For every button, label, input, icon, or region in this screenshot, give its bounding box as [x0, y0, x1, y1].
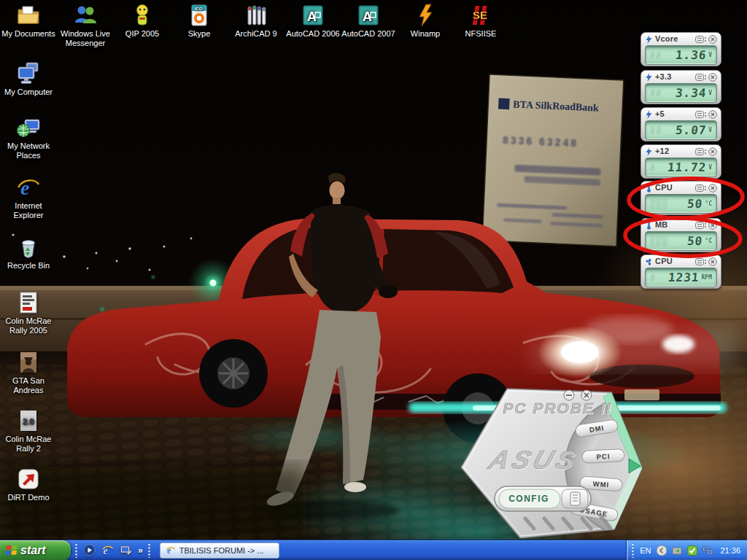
- desktop-icon-internet-explorer[interactable]: e Internet Explorer: [0, 175, 57, 220]
- desktop-icon-autocad-2007[interactable]: A AutoCAD 2007: [340, 3, 397, 39]
- internet-explorer-quicklaunch-icon[interactable]: e: [100, 543, 115, 558]
- antivirus-tray-icon[interactable]: [686, 545, 698, 556]
- desktop-icon-windows-live-messenger[interactable]: Windows Live Messenger: [57, 3, 114, 48]
- sensor-panel-vcore[interactable]: Vcore 88 1.36 V: [640, 32, 721, 66]
- desktop-icon-nfsiise[interactable]: SE NFSIISE: [452, 3, 509, 39]
- icon-label: ArchiCAD 9: [235, 29, 276, 38]
- display-mode-icon[interactable]: [695, 258, 707, 265]
- winamp-icon: [413, 3, 438, 28]
- lcd-unit: RPM: [702, 274, 712, 281]
- svg-text:2.0: 2.0: [23, 417, 34, 426]
- autocad-icon: A: [301, 3, 325, 28]
- sensor-label: +3.3: [655, 72, 694, 82]
- icon-label: Skype: [188, 29, 211, 38]
- lcd-unit: V: [708, 127, 712, 133]
- probe-button-pci[interactable]: PCI: [582, 448, 625, 463]
- display-mode-icon[interactable]: [695, 36, 707, 43]
- desktop-icon-gta-san-andreas[interactable]: GTA San Andreas: [0, 350, 57, 395]
- voltage-icon: [645, 35, 653, 44]
- voltage-icon: [645, 110, 653, 119]
- display-mode-icon[interactable]: [695, 222, 707, 229]
- close-icon[interactable]: [708, 221, 717, 230]
- icon-label: Winamp: [411, 29, 440, 38]
- sensor-panel-mb-temp[interactable]: MB ▒▒▒ 50 °C: [640, 218, 721, 252]
- desktop-icon-winamp[interactable]: Winamp: [397, 3, 454, 39]
- desktop-icon-colin-mcrae-rally-2005[interactable]: Colin McRae Rally 2005: [0, 290, 57, 335]
- svg-text:SE: SE: [473, 9, 487, 21]
- toolbar-overflow-chevron-icon[interactable]: »: [136, 545, 144, 556]
- display-mode-icon[interactable]: [695, 184, 707, 192]
- desktop-icon-my-computer[interactable]: My Computer: [0, 61, 57, 97]
- lcd-display: ▒▒▒ 50 °C: [645, 194, 717, 214]
- qip-icon: [130, 3, 155, 28]
- close-icon[interactable]: [708, 147, 717, 156]
- icon-label: QIP 2005: [125, 29, 159, 38]
- desktop-icon-colin-mcrae-rally-2[interactable]: 2.0 Colin McRae Rally 2: [0, 408, 57, 454]
- task-label: TBILISIS FORUMI -> ...: [179, 546, 264, 555]
- svg-text:CONFIG: CONFIG: [508, 494, 549, 504]
- desktop-icon-my-network-places[interactable]: My Network Places: [0, 115, 57, 160]
- lcd-unit: V: [708, 90, 712, 96]
- sensor-label: MB: [655, 220, 694, 230]
- icon-label: DiRT Demo: [7, 493, 49, 502]
- probe-close-button[interactable]: [581, 390, 592, 400]
- pc-probe-panel[interactable]: PC PROBE II ASUS DMI PCI WMI USAGE CONFI…: [454, 383, 649, 543]
- desktop-icon-dirt-demo[interactable]: DiRT Demo: [0, 467, 57, 502]
- language-indicator[interactable]: EN: [638, 546, 652, 555]
- system-tray: EN 21:36: [626, 540, 747, 560]
- desktop-icon-skype[interactable]: ICO Skype: [171, 3, 228, 39]
- display-mode-icon[interactable]: [695, 111, 707, 118]
- display-mode-icon[interactable]: [695, 74, 707, 81]
- sensor-panel-12v[interactable]: +12 8 11.72 V: [640, 144, 721, 179]
- sensor-label: +12: [655, 147, 694, 156]
- close-icon[interactable]: [708, 257, 717, 266]
- svg-text:WMI: WMI: [592, 480, 609, 489]
- toolbar-grip[interactable]: [75, 543, 78, 558]
- close-icon[interactable]: [708, 73, 717, 82]
- icon-label: Colin McRae Rally 2005: [6, 316, 52, 335]
- my-computer-icon: [16, 61, 41, 86]
- icon-label: Recycle Bin: [7, 261, 50, 270]
- start-button[interactable]: start: [0, 540, 71, 560]
- taskbar-task-tbilisis-forumi[interactable]: e TBILISIS FORUMI -> ...: [160, 542, 279, 559]
- desktop-icon-qip-2005[interactable]: QIP 2005: [114, 3, 171, 39]
- sensor-panel-5v[interactable]: +5 88 5.07 V: [640, 107, 721, 141]
- close-icon[interactable]: [708, 184, 717, 192]
- lcd-display: 8 11.72 V: [645, 158, 717, 177]
- icon-label: GTA San Andreas: [12, 376, 44, 394]
- media-player-quicklaunch-icon[interactable]: [82, 543, 96, 558]
- close-icon[interactable]: [708, 35, 717, 44]
- my-documents-icon: [16, 3, 41, 28]
- close-icon[interactable]: [708, 110, 717, 119]
- lcd-ghost: 88: [649, 50, 662, 61]
- show-desktop-quicklaunch-icon[interactable]: [118, 543, 133, 558]
- desktop-icon-recycle-bin[interactable]: Recycle Bin: [0, 235, 57, 271]
- voltage-icon: [645, 73, 653, 82]
- lcd-display: ▒▒▒ 50 °C: [645, 231, 717, 251]
- safely-remove-hardware-tray-icon[interactable]: [671, 545, 683, 556]
- config-list-icon[interactable]: [562, 489, 588, 508]
- probe-minimize-button[interactable]: [564, 390, 574, 400]
- lcd-value: 1231: [667, 271, 700, 284]
- icon-label: Windows Live Messenger: [61, 29, 110, 47]
- nfs-icon: SE: [468, 3, 493, 28]
- sensor-panel-cpu-temp[interactable]: CPU ▒▒▒ 50 °C: [640, 181, 721, 215]
- toolbar-grip[interactable]: [632, 543, 635, 558]
- thermometer-icon: [645, 221, 653, 230]
- desktop-icon-autocad-2006[interactable]: A AutoCAD 2006: [285, 3, 341, 39]
- sensor-label: CPU: [655, 257, 694, 266]
- lcd-value: 11.72: [667, 160, 707, 174]
- network-tray-icon[interactable]: [702, 545, 713, 556]
- config-button[interactable]: CONFIG: [495, 486, 591, 511]
- network-places-icon: [16, 115, 41, 140]
- display-mode-icon[interactable]: [695, 148, 707, 155]
- desktop-icon-my-documents[interactable]: My Documents: [0, 3, 57, 39]
- hide-tray-icons-chevron-icon[interactable]: [656, 545, 667, 556]
- lcd-value: 1.36: [675, 48, 708, 62]
- toolbar-grip[interactable]: [148, 543, 151, 558]
- sensor-panel-cpu-fan[interactable]: CPU 8 1231 RPM: [640, 254, 721, 289]
- sensor-panel-3v3[interactable]: +3.3 88 3.34 V: [640, 70, 721, 104]
- desktop-icon-archicad-9[interactable]: ArchiCAD 9: [228, 3, 285, 39]
- lcd-display: 8 1231 RPM: [645, 268, 717, 287]
- lcd-unit: V: [708, 52, 712, 58]
